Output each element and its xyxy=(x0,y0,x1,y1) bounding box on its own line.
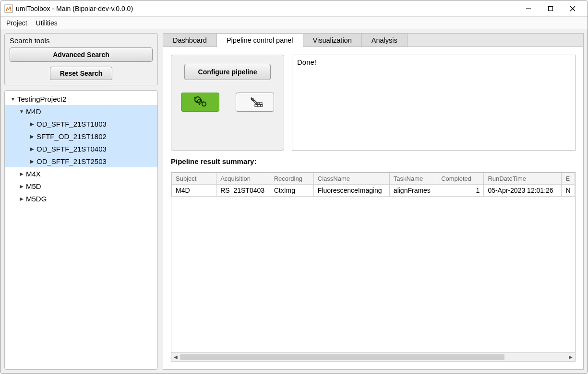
close-button[interactable] xyxy=(562,1,584,16)
window-title: umIToolbox - Main (Bipolar-dev-v.0.0.0) xyxy=(16,5,133,12)
cell-subject: M4D xyxy=(172,185,216,197)
app-window: umIToolbox - Main (Bipolar-dev-v.0.0.0) … xyxy=(0,0,588,374)
svg-point-5 xyxy=(198,99,202,103)
cell-classname: FluorescenceImaging xyxy=(313,185,389,197)
tab-visualization[interactable]: Visualization xyxy=(303,34,362,47)
tab-dashboard[interactable]: Dashboard xyxy=(163,34,217,47)
tree-node-m5dg[interactable]: ▶M5DG xyxy=(5,192,157,205)
summary-label: Pipeline result summary: xyxy=(171,157,576,165)
tree-node-label: OD_SFTF_21ST1803 xyxy=(36,120,107,128)
col-taskname[interactable]: TaskName xyxy=(389,173,437,185)
minimize-button[interactable] xyxy=(517,1,540,16)
cell-completed: 1 xyxy=(437,185,484,197)
col-acquisition[interactable]: Acquisition xyxy=(216,173,270,185)
chevron-down-icon: ▼ xyxy=(9,96,17,102)
col-classname[interactable]: ClassName xyxy=(313,173,389,185)
col-recording[interactable]: Recording xyxy=(270,173,313,185)
scroll-right-icon[interactable]: ▶ xyxy=(566,353,575,361)
menubar: Project Utilities xyxy=(0,17,588,29)
results-table-scroll[interactable]: Subject Acquisition Recording ClassName … xyxy=(171,173,575,352)
pipeline-log-text: Done! xyxy=(297,58,316,66)
chevron-down-icon: ▼ xyxy=(17,109,26,114)
scroll-thumb[interactable] xyxy=(180,354,504,360)
cell-taskname: alignFrames xyxy=(389,185,437,197)
tree-node-label: M4D xyxy=(26,107,41,116)
table-header-row: Subject Acquisition Recording ClassName … xyxy=(172,173,575,185)
tree-node-label: M5D xyxy=(26,182,41,190)
pipeline-log[interactable]: Done! xyxy=(292,55,576,151)
tree-node-label: M4X xyxy=(26,170,41,178)
col-subject[interactable]: Subject xyxy=(172,173,216,185)
tab-analysis[interactable]: Analysis xyxy=(362,34,408,47)
svg-rect-12 xyxy=(259,103,262,105)
pipeline-icon-row xyxy=(181,93,274,112)
svg-rect-13 xyxy=(258,105,261,106)
app-icon xyxy=(4,4,13,13)
svg-rect-15 xyxy=(261,105,263,106)
tree-node[interactable]: ▶OD_SFTF_21ST2503 xyxy=(5,155,157,167)
search-tools-panel: Search tools Advanced Search Reset Searc… xyxy=(4,33,158,85)
col-completed[interactable]: Completed xyxy=(437,173,484,185)
cell-extra: N xyxy=(562,185,575,197)
results-table-wrap: Subject Acquisition Recording ClassName … xyxy=(171,172,576,362)
reset-search-button[interactable]: Reset Search xyxy=(50,67,112,80)
chevron-right-icon: ▶ xyxy=(17,196,26,201)
scroll-track[interactable] xyxy=(180,354,566,361)
tree-node-m4d[interactable]: ▼ M4D xyxy=(5,105,157,117)
tree-node-label: TestingProject2 xyxy=(17,95,67,103)
scroll-left-icon[interactable]: ◀ xyxy=(171,353,180,361)
tree-node-m5d[interactable]: ▶M5D xyxy=(5,180,157,192)
svg-rect-0 xyxy=(5,5,12,12)
tree-node-label: SFTF_OD_21ST1802 xyxy=(36,132,107,140)
col-rundatetime[interactable]: RunDateTime xyxy=(484,173,562,185)
tree-node[interactable]: ▶OD_SFTF_21ST1803 xyxy=(5,117,157,130)
chevron-right-icon: ▶ xyxy=(17,171,26,176)
table-row[interactable]: M4D RS_21ST0403 CtxImg FluorescenceImagi… xyxy=(172,185,575,197)
menu-utilities[interactable]: Utilities xyxy=(34,18,60,28)
wrench-bricks-icon xyxy=(247,96,263,108)
left-column: Search tools Advanced Search Reset Searc… xyxy=(4,33,158,370)
pipeline-settings-button[interactable] xyxy=(236,93,274,112)
body: Search tools Advanced Search Reset Searc… xyxy=(0,29,588,374)
gears-refresh-icon xyxy=(192,96,208,108)
cell-acquisition: RS_21ST0403 xyxy=(216,185,270,197)
col-extra[interactable]: E xyxy=(562,173,575,185)
tree-root-node[interactable]: ▼ TestingProject2 xyxy=(5,93,157,105)
chevron-right-icon: ▶ xyxy=(28,121,36,127)
cell-recording: CtxImg xyxy=(270,185,313,197)
tab-body: Configure pipeline xyxy=(163,47,584,370)
tree-node[interactable]: ▶OD_SFTF_21ST0403 xyxy=(5,142,157,155)
chevron-right-icon: ▶ xyxy=(17,184,26,189)
menu-project[interactable]: Project xyxy=(4,18,29,28)
cell-rundatetime: 05-Apr-2023 12:01:26 xyxy=(484,185,562,197)
titlebar: umIToolbox - Main (Bipolar-dev-v.0.0.0) xyxy=(0,0,588,17)
search-tools-title: Search tools xyxy=(10,36,153,45)
svg-rect-2 xyxy=(549,6,553,11)
run-pipeline-button[interactable] xyxy=(181,93,219,112)
right-column: Dashboard Pipeline control panel Visuali… xyxy=(163,33,584,370)
chevron-right-icon: ▶ xyxy=(28,134,36,139)
tab-pipeline[interactable]: Pipeline control panel xyxy=(217,34,303,47)
tabstrip: Dashboard Pipeline control panel Visuali… xyxy=(163,33,584,47)
advanced-search-button[interactable]: Advanced Search xyxy=(10,47,153,62)
chevron-right-icon: ▶ xyxy=(28,146,36,152)
tree-node-label: OD_SFTF_21ST0403 xyxy=(36,145,107,153)
horizontal-scrollbar[interactable]: ◀ ▶ xyxy=(171,352,575,361)
tree-node-label: M5DG xyxy=(26,195,47,203)
chevron-right-icon: ▶ xyxy=(28,159,36,164)
tree-node-label: OD_SFTF_21ST2503 xyxy=(36,157,107,165)
results-table: Subject Acquisition Recording ClassName … xyxy=(171,173,575,197)
project-tree[interactable]: ▼ TestingProject2 ▼ M4D ▶OD_SFTF_21ST180 xyxy=(4,90,158,370)
svg-point-6 xyxy=(202,102,206,106)
configure-pipeline-button[interactable]: Configure pipeline xyxy=(184,64,271,80)
tree-node[interactable]: ▶SFTF_OD_21ST1802 xyxy=(5,130,157,142)
maximize-button[interactable] xyxy=(540,1,562,16)
tree-node-m4x[interactable]: ▶M4X xyxy=(5,167,157,180)
pipeline-top-row: Configure pipeline xyxy=(171,55,576,151)
pipeline-config-panel: Configure pipeline xyxy=(171,55,284,151)
